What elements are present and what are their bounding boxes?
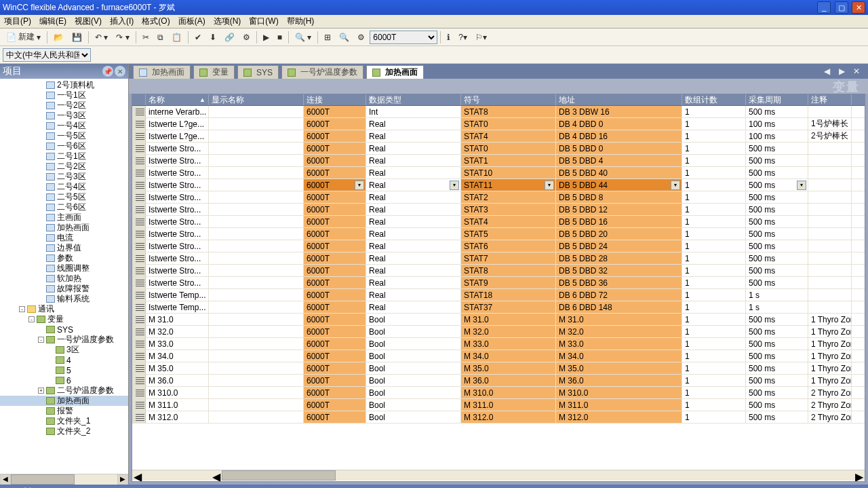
editor-tab[interactable]: 加热画面 <box>366 65 424 79</box>
tree-item[interactable]: +二号炉温度参数 <box>0 386 128 396</box>
table-row[interactable]: M 31.06000TBoolM 31.0M 31.01500 ms1 Thyr… <box>132 314 865 326</box>
cell[interactable]: 1 <box>682 118 746 130</box>
cell[interactable]: Real <box>366 143 461 154</box>
cell[interactable]: Bool <box>366 326 461 337</box>
row-header[interactable] <box>132 191 146 203</box>
cell[interactable]: 1 <box>682 362 746 374</box>
tab-next-icon[interactable]: ▶ <box>835 65 848 77</box>
row-header[interactable] <box>132 216 146 227</box>
cell[interactable]: M 36.0 <box>461 375 556 386</box>
editor-tab[interactable]: 变量 <box>193 65 235 79</box>
cell[interactable] <box>209 143 304 154</box>
cell[interactable]: Istwerte Stro... <box>146 265 209 276</box>
menu-item[interactable]: 选项(N) <box>210 16 245 27</box>
cell[interactable]: 500 ms <box>746 240 808 252</box>
cut-button[interactable]: ✂ <box>139 31 153 43</box>
tree-item[interactable]: 故障报警 <box>0 284 128 294</box>
cell[interactable]: DB 5 DBD 32 <box>556 265 682 276</box>
tree-item[interactable]: 一号1区 <box>0 90 128 100</box>
cell[interactable]: 6000T <box>304 277 366 288</box>
cell[interactable]: STAT8 <box>461 106 556 117</box>
cell[interactable]: 6000T <box>304 411 366 423</box>
row-header[interactable] <box>132 411 146 423</box>
cell[interactable]: Real <box>366 118 461 130</box>
grid-body[interactable]: interne Verarb...6000TIntSTAT8DB 3 DBW 1… <box>132 106 865 470</box>
panel-close-icon[interactable]: ✕ <box>115 66 125 77</box>
cell[interactable]: M 35.0 <box>556 362 682 374</box>
cell[interactable] <box>209 350 304 362</box>
cell[interactable]: Bool <box>366 387 461 398</box>
cell[interactable]: 6000T <box>304 399 366 411</box>
new-button[interactable]: 📄 新建 ▾ <box>3 30 44 44</box>
column-header[interactable]: 显示名称 <box>209 94 304 105</box>
cell[interactable]: 6000T <box>304 143 366 154</box>
cell[interactable]: 1 Thyro Zone <box>808 314 852 325</box>
cell[interactable] <box>808 252 852 264</box>
language-combo[interactable]: 中文(中华人民共和国) <box>3 48 91 62</box>
cell[interactable]: M 31.0 <box>461 314 556 325</box>
cell[interactable]: 500 ms <box>746 350 808 362</box>
cell[interactable]: M 36.0 <box>556 375 682 386</box>
editor-tab[interactable]: SYS <box>237 65 279 79</box>
cell[interactable]: STAT18 <box>461 289 556 301</box>
cell[interactable]: Istwerte L?ge... <box>146 118 209 130</box>
cell[interactable]: 500 ms▾ <box>746 179 808 191</box>
cell[interactable] <box>808 228 852 240</box>
cell[interactable]: 500 ms <box>746 204 808 215</box>
table-row[interactable]: Istwerte Stro...6000T▾Real▾STAT11▾DB 5 D… <box>132 179 865 191</box>
close-button[interactable]: ✕ <box>852 1 865 14</box>
cell[interactable]: Real <box>366 289 461 301</box>
cell[interactable]: 6000T <box>304 240 366 252</box>
cell[interactable]: Real <box>366 252 461 264</box>
cell[interactable]: Istwerte Temp... <box>146 289 209 301</box>
cell[interactable] <box>209 118 304 130</box>
cell[interactable]: Bool <box>366 375 461 386</box>
column-header[interactable]: 地址 <box>556 94 682 105</box>
cell[interactable]: Bool <box>366 362 461 374</box>
tree-item[interactable]: 4 <box>0 355 128 365</box>
cell[interactable]: 500 ms <box>746 143 808 154</box>
grid-button[interactable]: ⊞ <box>321 31 334 43</box>
copy-button[interactable]: ⧉ <box>154 31 167 43</box>
cell[interactable]: STAT6 <box>461 240 556 252</box>
column-header[interactable]: 连接 <box>304 94 366 105</box>
cell[interactable]: 1 <box>682 301 746 313</box>
stop-button[interactable]: ■ <box>274 31 285 43</box>
cell[interactable]: 500 ms <box>746 277 808 288</box>
cell[interactable]: 2 Thyro Zone <box>808 399 852 411</box>
table-row[interactable]: M 311.06000TBoolM 311.0M 311.01500 ms2 T… <box>132 399 865 411</box>
tree-item[interactable]: 二号5区 <box>0 192 128 202</box>
cell[interactable]: 6000T <box>304 338 366 350</box>
cell[interactable]: DB 5 DBD 24 <box>556 240 682 252</box>
cell[interactable]: DB 5 DBD 4 <box>556 155 682 166</box>
editor-tab[interactable]: 一号炉温度参数 <box>281 65 363 79</box>
menu-item[interactable]: 插入(I) <box>106 16 138 27</box>
grid-hscroll[interactable]: ◀ ◀ ▶ <box>132 470 865 481</box>
cell[interactable]: 2 Thyro Zone <box>808 387 852 398</box>
table-row[interactable]: Istwerte L?ge...6000TRealSTAT0DB 4 DBD 0… <box>132 118 865 130</box>
cell[interactable]: Real <box>366 240 461 252</box>
settings-button[interactable]: ⚙ <box>354 31 368 43</box>
table-row[interactable]: M 32.06000TBoolM 32.0M 32.01500 ms1 Thyr… <box>132 326 865 338</box>
cell[interactable] <box>209 277 304 288</box>
cell[interactable]: 500 ms <box>746 399 808 411</box>
cell[interactable] <box>808 204 852 215</box>
cell[interactable] <box>808 191 852 203</box>
cell[interactable]: 1 <box>682 265 746 276</box>
cell[interactable]: M 311.0 <box>556 399 682 411</box>
dropdown-icon[interactable]: ▾ <box>545 181 554 190</box>
tree-item[interactable]: 一号2区 <box>0 100 128 111</box>
cell[interactable]: M 34.0 <box>461 350 556 362</box>
tree-item[interactable]: 二号4区 <box>0 182 128 192</box>
cell[interactable]: Istwerte Stro... <box>146 179 209 191</box>
tree-item[interactable]: -一号炉温度参数 <box>0 335 128 345</box>
cell[interactable]: Bool <box>366 338 461 350</box>
cell[interactable]: 1 s <box>746 289 808 301</box>
menu-item[interactable]: 窗口(W) <box>245 16 282 27</box>
cell[interactable] <box>209 362 304 374</box>
cell[interactable]: 2号炉棒长 <box>808 130 852 142</box>
cell[interactable]: Real <box>366 155 461 166</box>
cell[interactable]: 6000T <box>304 375 366 386</box>
cell[interactable]: M 32.0 <box>146 326 209 337</box>
row-header[interactable] <box>132 167 146 179</box>
